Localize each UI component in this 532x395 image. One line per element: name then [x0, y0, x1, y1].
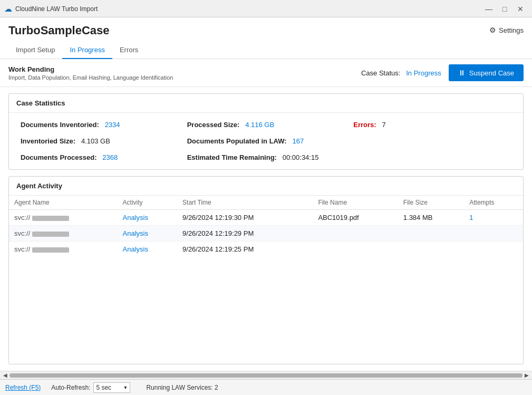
file-size-cell: [398, 242, 464, 257]
settings-link[interactable]: ⚙ Settings: [489, 24, 524, 34]
agent-activity-title: Agent Activity: [9, 177, 523, 196]
file-name-cell: ABC1019.pdf: [313, 210, 398, 226]
app-header: TurboSampleCase ⚙ Settings: [0, 17, 532, 42]
stat-label: Documents Processed:: [21, 153, 97, 161]
stat-cell: Inventoried Size: 4.103 GB: [16, 134, 183, 148]
col-attempts: Attempts: [464, 196, 523, 210]
start-time-cell: 9/26/2024 12:19:29 PM: [177, 226, 313, 242]
bottom-bar: Refresh (F5) Auto-Refresh: 5 sec ▼ Runni…: [0, 379, 532, 395]
titlebar-title: CloudNine LAW Turbo Import: [15, 5, 98, 13]
activity-cell: Analysis: [118, 242, 177, 257]
gear-icon: ⚙: [489, 26, 496, 34]
tab-import-setup[interactable]: Import Setup: [8, 42, 62, 59]
scroll-track[interactable]: [9, 373, 523, 378]
tab-errors[interactable]: Errors: [112, 42, 146, 59]
tab-in-progress[interactable]: In Progress: [62, 42, 112, 59]
stat-label: Documents Inventoried:: [21, 121, 99, 129]
stat-cell: Processed Size: 4.116 GB: [183, 118, 350, 131]
scroll-thumb[interactable]: [9, 373, 523, 378]
case-statistics-title: Case Statistics: [9, 94, 523, 113]
agent-table: Agent Name Activity Start Time File Name…: [9, 196, 523, 257]
redacted-name: [32, 247, 69, 253]
attempts-cell: [464, 226, 523, 242]
stat-cell: Estimated Time Remaining: 00:00:34:15: [183, 151, 350, 164]
stat-value: 4.116 GB: [245, 121, 274, 129]
start-time-cell: 9/26/2024 12:19:30 PM: [177, 210, 313, 226]
chevron-down-icon: ▼: [123, 385, 128, 390]
stat-label: Documents Populated in LAW:: [187, 137, 287, 145]
stat-value: 2334: [105, 121, 120, 129]
status-section: Work Pending Import, Data Population, Em…: [0, 59, 532, 87]
case-statistics-card: Case Statistics Documents Inventoried: 2…: [8, 93, 524, 170]
titlebar: ☁ CloudNine LAW Turbo Import — □ ✕: [0, 0, 532, 17]
errors-value: 7: [382, 121, 386, 129]
stat-value: 00:00:34:15: [283, 153, 319, 161]
table-row: svc:// Analysis 9/26/2024 12:19:30 PM AB…: [9, 210, 523, 226]
redacted-name: [32, 216, 69, 221]
suspend-case-button[interactable]: ⏸ Suspend Case: [449, 64, 524, 81]
stat-label: Inventoried Size:: [21, 137, 75, 145]
case-status-value: In Progress: [406, 69, 441, 77]
attempts-cell: 1: [464, 210, 523, 226]
running-services: Running LAW Services: 2: [146, 384, 218, 391]
case-status-label: Case Status: In Progress: [361, 69, 441, 77]
work-pending-desc: Import, Data Population, Email Hashing, …: [8, 74, 173, 81]
attempts-cell: [464, 242, 523, 257]
window-controls[interactable]: — □ ✕: [481, 3, 528, 15]
stat-value: 167: [293, 137, 304, 145]
col-activity: Activity: [118, 196, 177, 210]
file-name-cell: [313, 242, 398, 257]
app-container: TurboSampleCase ⚙ Settings Import Setup …: [0, 17, 532, 395]
stat-value: 2368: [102, 153, 118, 161]
stat-cell: Documents Populated in LAW: 167: [183, 134, 350, 148]
stat-cell-empty: [349, 134, 516, 148]
stat-label: Processed Size:: [187, 121, 240, 129]
refresh-link[interactable]: Refresh (F5): [5, 384, 41, 391]
scroll-right-arrow[interactable]: ▶: [523, 371, 531, 380]
table-row: svc:// Analysis 9/26/2024 12:19:29 PM: [9, 226, 523, 242]
suspend-btn-label: Suspend Case: [469, 69, 514, 77]
agent-name-cell: svc://: [9, 210, 118, 226]
file-name-cell: [313, 226, 398, 242]
file-size-cell: [398, 226, 464, 242]
activity-cell: Analysis: [118, 210, 177, 226]
file-size-cell: 1.384 MB: [398, 210, 464, 226]
col-start-time: Start Time: [177, 196, 313, 210]
stat-cell-empty: [349, 151, 516, 164]
maximize-button[interactable]: □: [497, 3, 512, 15]
col-agent-name: Agent Name: [9, 196, 118, 210]
app-icon: ☁: [4, 4, 12, 14]
auto-refresh-label: Auto-Refresh:: [51, 384, 90, 391]
agent-name-cell: svc://: [9, 242, 118, 257]
errors-label: Errors:: [353, 121, 376, 129]
agent-activity-body[interactable]: Agent Name Activity Start Time File Name…: [9, 196, 523, 364]
auto-refresh-select: Auto-Refresh: 5 sec ▼: [51, 382, 130, 393]
titlebar-left: ☁ CloudNine LAW Turbo Import: [4, 4, 98, 14]
redacted-name: [32, 232, 69, 237]
panels: Case Statistics Documents Inventoried: 2…: [0, 87, 532, 371]
stat-cell: Errors: 7: [349, 118, 516, 131]
horizontal-scrollbar[interactable]: ◀ ▶: [0, 371, 532, 379]
table-row: svc:// Analysis 9/26/2024 12:19:25 PM: [9, 242, 523, 257]
status-right: Case Status: In Progress ⏸ Suspend Case: [361, 64, 524, 81]
stat-cell: Documents Processed: 2368: [16, 151, 183, 164]
agent-name-cell: svc://: [9, 226, 118, 242]
settings-label: Settings: [499, 26, 524, 34]
table-header-row: Agent Name Activity Start Time File Name…: [9, 196, 523, 210]
refresh-interval-dropdown[interactable]: 5 sec ▼: [93, 382, 130, 393]
status-left: Work Pending Import, Data Population, Em…: [8, 65, 173, 81]
work-pending-title: Work Pending: [8, 65, 173, 73]
col-file-name: File Name: [313, 196, 398, 210]
tabs: Import Setup In Progress Errors: [0, 42, 532, 59]
activity-cell: Analysis: [118, 226, 177, 242]
app-title: TurboSampleCase: [8, 24, 110, 37]
close-button[interactable]: ✕: [513, 3, 528, 15]
agent-activity-card: Agent Activity Agent Name Activity Start…: [8, 176, 524, 364]
minimize-button[interactable]: —: [481, 3, 496, 15]
case-statistics-body: Documents Inventoried: 2334 Processed Si…: [9, 113, 523, 169]
stat-cell: Documents Inventoried: 2334: [16, 118, 183, 131]
scroll-left-arrow[interactable]: ◀: [1, 371, 9, 380]
refresh-interval-value: 5 sec: [96, 384, 111, 391]
stat-label: Estimated Time Remaining:: [187, 153, 277, 161]
col-file-size: File Size: [398, 196, 464, 210]
